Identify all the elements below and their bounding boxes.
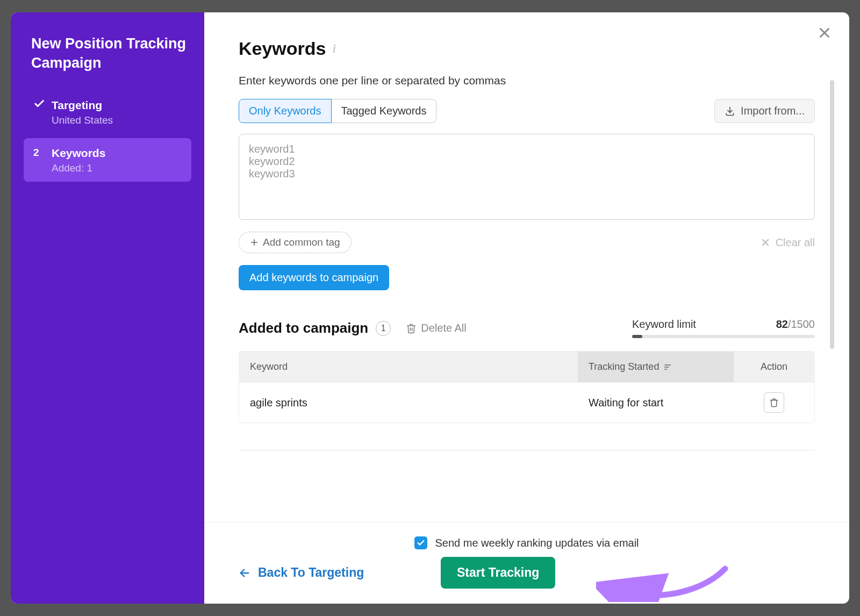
divider [239, 450, 815, 450]
tab-only-keywords[interactable]: Only Keywords [239, 99, 332, 123]
keywords-table: Keyword Tracking Started Action agile sp… [239, 351, 815, 423]
close-icon [818, 26, 832, 40]
trash-icon [406, 323, 417, 334]
step-number: 2 [33, 146, 48, 160]
step-label: Keywords [52, 146, 182, 160]
modal-footer: Send me weekly ranking updates via email… [204, 522, 849, 604]
page-title: Keywords i [239, 38, 815, 59]
info-icon[interactable]: i [333, 41, 336, 56]
step-sublabel: United States [52, 114, 182, 126]
add-tag-label: Add common tag [263, 237, 340, 248]
sidebar-title: New Position Tracking Campaign [24, 34, 191, 73]
step-targeting[interactable]: Targeting United States [24, 90, 191, 134]
clear-all-button[interactable]: Clear all [761, 237, 815, 249]
back-to-targeting-button[interactable]: Back To Targeting [239, 565, 364, 580]
col-tracking-started[interactable]: Tracking Started [578, 352, 734, 382]
limit-used: 82 [776, 318, 788, 330]
import-from-button[interactable]: Import from... [714, 99, 815, 123]
step-sublabel: Added: 1 [52, 162, 182, 174]
tab-tagged-keywords[interactable]: Tagged Keywords [332, 99, 437, 123]
check-icon [33, 98, 48, 114]
limit-total: /1500 [788, 318, 815, 330]
cell-tracking: Waiting for start [578, 387, 734, 419]
close-icon [761, 238, 770, 247]
wizard-sidebar: New Position Tracking Campaign Targeting… [11, 12, 204, 604]
added-heading: Added to campaign [239, 320, 368, 336]
table-header: Keyword Tracking Started Action [239, 352, 814, 382]
email-updates-checkbox[interactable] [414, 536, 427, 549]
plus-icon [250, 238, 259, 247]
import-label: Import from... [741, 105, 805, 117]
step-keywords[interactable]: 2 Keywords Added: 1 [24, 138, 191, 182]
clear-all-label: Clear all [776, 237, 815, 249]
email-updates-label: Send me weekly ranking updates via email [435, 537, 639, 549]
delete-all-button[interactable]: Delete All [406, 322, 467, 334]
sort-icon [663, 363, 672, 371]
cell-keyword: agile sprints [239, 387, 578, 419]
annotation-arrow-icon [596, 559, 736, 602]
download-icon [725, 106, 735, 117]
step-label: Targeting [52, 98, 182, 112]
col-keyword[interactable]: Keyword [239, 352, 578, 382]
limit-label: Keyword limit [632, 318, 696, 331]
modal-dialog: New Position Tracking Campaign Targeting… [11, 12, 849, 604]
table-row: agile sprints Waiting for start [239, 382, 814, 422]
instruction-text: Enter keywords one per line or separated… [239, 74, 815, 87]
add-keywords-button[interactable]: Add keywords to campaign [239, 265, 389, 290]
keywords-textarea[interactable] [239, 134, 815, 220]
add-common-tag-button[interactable]: Add common tag [239, 232, 352, 253]
added-count-badge: 1 [376, 321, 391, 336]
back-label: Back To Targeting [258, 565, 364, 580]
keyword-limit-meter: Keyword limit 82/1500 [632, 318, 815, 338]
delete-row-button[interactable] [764, 392, 784, 413]
arrow-left-icon [239, 567, 250, 579]
main-panel: Keywords i Enter keywords one per line o… [204, 12, 849, 604]
close-button[interactable] [815, 23, 834, 42]
col-action: Action [734, 352, 814, 382]
keyword-mode-tabs: Only Keywords Tagged Keywords [239, 99, 436, 123]
check-icon [417, 539, 425, 547]
trash-icon [769, 398, 779, 407]
scrollbar[interactable] [830, 80, 834, 349]
delete-all-label: Delete All [421, 322, 467, 334]
page-title-text: Keywords [239, 38, 326, 59]
start-tracking-button[interactable]: Start Tracking [441, 557, 555, 589]
